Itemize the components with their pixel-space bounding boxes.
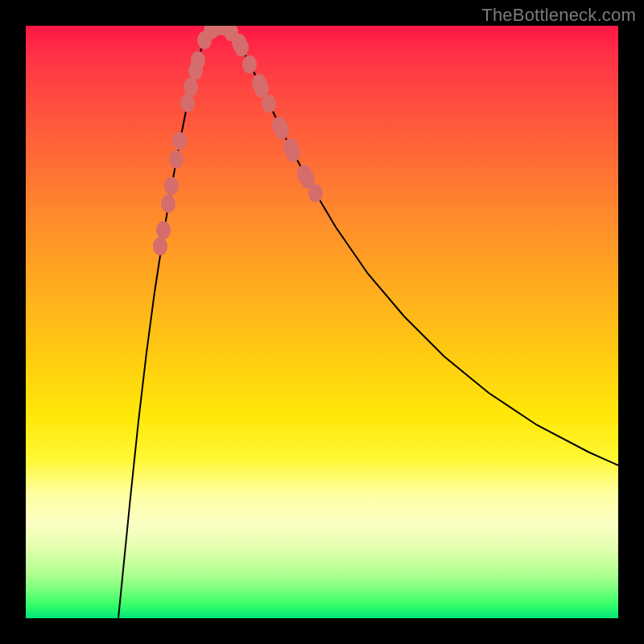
marker-point (161, 195, 175, 213)
marker-point (262, 95, 276, 114)
highlight-markers (153, 26, 323, 255)
plot-area (26, 26, 618, 618)
marker-point (254, 80, 269, 98)
marker-point (172, 132, 187, 151)
marker-point (164, 177, 179, 196)
marker-point (191, 52, 205, 70)
watermark-text: TheBottleneck.com (481, 5, 636, 26)
marker-point (234, 39, 249, 57)
marker-point (153, 237, 167, 256)
marker-point (180, 94, 195, 113)
marker-point (286, 144, 300, 163)
marker-point (275, 122, 289, 140)
chart-svg (26, 26, 618, 618)
bottleneck-curve (118, 26, 618, 618)
marker-point (169, 151, 184, 169)
marker-point (156, 221, 171, 240)
marker-point (308, 184, 323, 203)
marker-point (242, 56, 257, 74)
chart-frame: TheBottleneck.com (0, 0, 644, 644)
marker-point (184, 78, 198, 97)
